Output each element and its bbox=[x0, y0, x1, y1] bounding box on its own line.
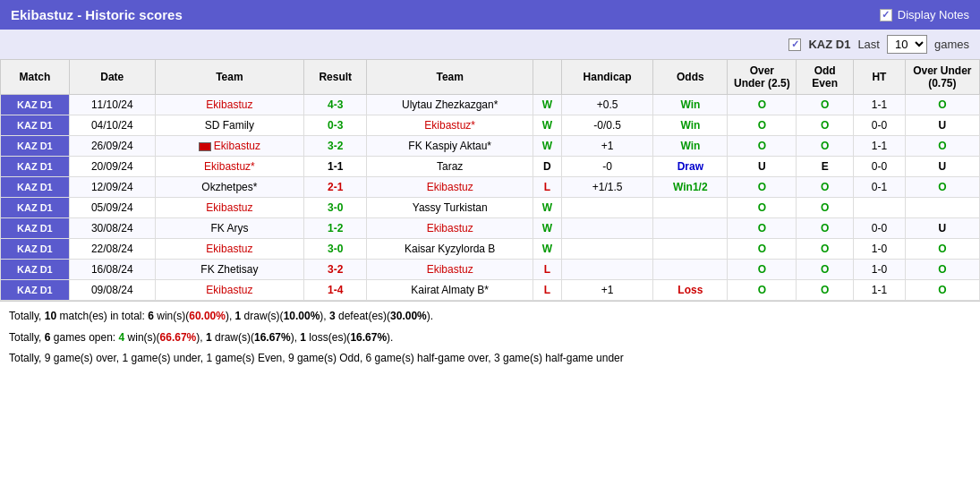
cell-match: KAZ D1 bbox=[1, 157, 70, 177]
col-ou25: Over Under (2.5) bbox=[728, 60, 797, 95]
team1-name: Ekibastuz bbox=[206, 243, 252, 255]
cell-ht bbox=[854, 198, 906, 218]
cell-ou25: O bbox=[728, 280, 797, 301]
cell-ht: 0-0 bbox=[854, 218, 906, 239]
header-right: ✓ Display Notes bbox=[880, 8, 969, 21]
summary-line1: Totally, 10 match(es) in total: 6 win(s)… bbox=[9, 307, 971, 327]
col-handicap: Handicap bbox=[561, 60, 652, 95]
cell-oddeven: O bbox=[797, 95, 854, 115]
games-select[interactable]: 5 10 15 20 All bbox=[887, 35, 927, 54]
cell-date: 16/08/24 bbox=[69, 260, 155, 280]
cell-ou075: U bbox=[905, 115, 979, 136]
col-odds: Odds bbox=[653, 60, 728, 95]
cell-result-letter: W bbox=[533, 198, 561, 218]
cell-team2: Taraz bbox=[367, 157, 533, 177]
cell-score: 3-0 bbox=[304, 198, 367, 218]
cell-odds bbox=[653, 218, 728, 239]
team2-name: Ekibastuz bbox=[427, 222, 473, 234]
filter-checkbox[interactable]: ✓ bbox=[788, 38, 801, 51]
cell-date: 30/08/24 bbox=[69, 218, 155, 239]
table-row: KAZ D126/09/24Ekibastuz3-2FK Kaspiy Akta… bbox=[1, 136, 980, 157]
cell-date: 12/09/24 bbox=[69, 177, 155, 198]
cell-team1: SD Family bbox=[155, 115, 303, 136]
cell-odds bbox=[653, 239, 728, 260]
cell-handicap: -0/0.5 bbox=[561, 115, 652, 136]
cell-ou25: O bbox=[728, 115, 797, 136]
cell-handicap: +1 bbox=[561, 136, 652, 157]
cell-team1[interactable]: Ekibastuz bbox=[155, 239, 303, 260]
table-row: KAZ D104/10/24SD Family0-3Ekibastuz*W-0/… bbox=[1, 115, 980, 136]
cell-ou075: U bbox=[905, 218, 979, 239]
cell-match: KAZ D1 bbox=[1, 95, 70, 115]
team1-name: Ekibastuz bbox=[206, 284, 252, 296]
cell-score: 2-1 bbox=[304, 177, 367, 198]
cell-team1[interactable]: Ekibastuz* bbox=[155, 157, 303, 177]
cell-handicap bbox=[561, 260, 652, 280]
cell-score: 4-3 bbox=[304, 95, 367, 115]
cell-ht: 1-1 bbox=[854, 95, 906, 115]
cell-oddeven: O bbox=[797, 115, 854, 136]
cell-ht: 0-0 bbox=[854, 115, 906, 136]
cell-score: 1-2 bbox=[304, 218, 367, 239]
cell-team1[interactable]: Ekibastuz bbox=[155, 280, 303, 301]
table-row: KAZ D112/09/24Okzhetpes*2-1EkibastuzL+1/… bbox=[1, 177, 980, 198]
cell-result-letter: W bbox=[533, 239, 561, 260]
cell-oddeven: O bbox=[797, 198, 854, 218]
cell-handicap: +1 bbox=[561, 280, 652, 301]
cell-ht: 1-1 bbox=[854, 136, 906, 157]
cell-odds: Win bbox=[653, 115, 728, 136]
cell-odds: Win bbox=[653, 136, 728, 157]
team1-name: FK Zhetisay bbox=[200, 263, 258, 276]
col-ht: HT bbox=[854, 60, 906, 95]
cell-date: 20/09/24 bbox=[69, 157, 155, 177]
cell-date: 26/09/24 bbox=[69, 136, 155, 157]
cell-team1[interactable]: Ekibastuz bbox=[155, 198, 303, 218]
team2-name: Kaisar Kyzylorda B bbox=[405, 243, 495, 255]
col-team1: Team bbox=[155, 60, 303, 95]
cell-team1[interactable]: Ekibastuz bbox=[155, 95, 303, 115]
cell-ou25: O bbox=[728, 136, 797, 157]
team2-name: Ekibastuz* bbox=[424, 119, 475, 132]
cell-team2: Kairat Almaty B* bbox=[367, 280, 533, 301]
cell-handicap: -0 bbox=[561, 157, 652, 177]
cell-ou25: U bbox=[728, 157, 797, 177]
cell-handicap bbox=[561, 239, 652, 260]
cell-team2[interactable]: Ekibastuz bbox=[367, 260, 533, 280]
cell-team2[interactable]: Ekibastuz bbox=[367, 218, 533, 239]
cell-oddeven: O bbox=[797, 218, 854, 239]
cell-score: 1-4 bbox=[304, 280, 367, 301]
table-row: KAZ D116/08/24FK Zhetisay3-2EkibastuzLOO… bbox=[1, 260, 980, 280]
cell-ou25: O bbox=[728, 260, 797, 280]
cell-team2: Ulytau Zhezkazgan* bbox=[367, 95, 533, 115]
team1-name: SD Family bbox=[205, 119, 254, 132]
cell-ou25: O bbox=[728, 218, 797, 239]
cell-oddeven: O bbox=[797, 260, 854, 280]
cell-result-letter: L bbox=[533, 280, 561, 301]
table-header-row: Match Date Team Result Team Handicap Odd… bbox=[1, 60, 980, 95]
display-notes-checkbox[interactable]: ✓ bbox=[880, 9, 892, 21]
cell-team2: FK Kaspiy Aktau* bbox=[367, 136, 533, 157]
table-row: KAZ D109/08/24Ekibastuz1-4Kairat Almaty … bbox=[1, 280, 980, 301]
team1-name: Ekibastuz* bbox=[204, 160, 255, 173]
team2-name: FK Kaspiy Aktau* bbox=[408, 140, 491, 152]
cell-ou075: O bbox=[905, 280, 979, 301]
cell-date: 05/09/24 bbox=[69, 198, 155, 218]
col-ou075: Over Under (0.75) bbox=[905, 60, 979, 95]
cell-result-letter: L bbox=[533, 260, 561, 280]
last-label: Last bbox=[857, 38, 880, 51]
cell-match: KAZ D1 bbox=[1, 115, 70, 136]
table-row: KAZ D120/09/24Ekibastuz*1-1TarazD-0DrawU… bbox=[1, 157, 980, 177]
cell-result-letter: L bbox=[533, 177, 561, 198]
cell-team2[interactable]: Ekibastuz bbox=[367, 177, 533, 198]
cell-handicap bbox=[561, 218, 652, 239]
cell-date: 11/10/24 bbox=[69, 95, 155, 115]
cell-date: 04/10/24 bbox=[69, 115, 155, 136]
cell-team1[interactable]: Ekibastuz bbox=[155, 136, 303, 157]
cell-ou075: U bbox=[905, 157, 979, 177]
cell-team2[interactable]: Ekibastuz* bbox=[367, 115, 533, 136]
cell-result-letter: W bbox=[533, 136, 561, 157]
cell-ou075: O bbox=[905, 177, 979, 198]
team2-name: Ekibastuz bbox=[427, 181, 473, 193]
cell-handicap bbox=[561, 198, 652, 218]
cell-result-letter: D bbox=[533, 157, 561, 177]
